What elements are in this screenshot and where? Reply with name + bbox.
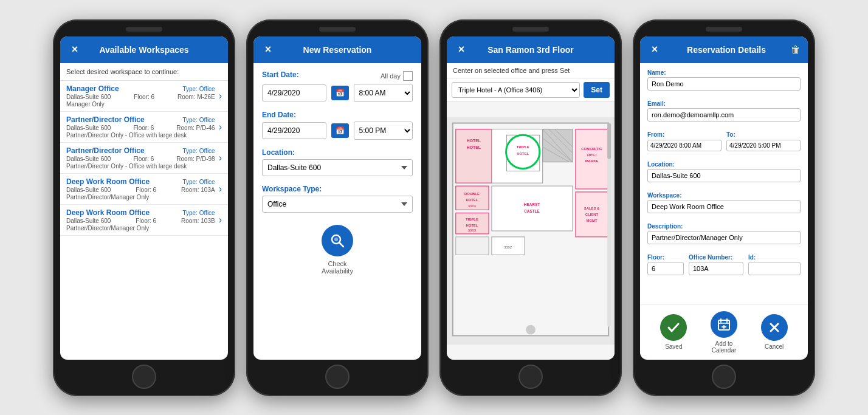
phone-3-header: × San Ramon 3rd Floor [447, 36, 615, 63]
workspace-note: Manager Only [66, 101, 215, 108]
svg-point-41 [526, 324, 536, 334]
name-label: Name: [647, 69, 801, 76]
start-date-group: Start Date: All day 📅 8:00 AM [262, 70, 413, 102]
cancel-btn[interactable]: Cancel [761, 314, 788, 350]
end-date-input[interactable] [262, 122, 326, 139]
from-label: From: [647, 131, 722, 138]
location-detail-input[interactable] [647, 169, 801, 182]
workspace-type-group: Workspace Type: Office [262, 185, 413, 213]
office-num-input[interactable] [689, 262, 743, 275]
floorplan-office-select[interactable]: Triple Hotel - A (Office 3406) [452, 82, 580, 98]
workspace-list-item[interactable]: Deep Work Room Office Type: Office Dalla… [60, 205, 228, 236]
desc-input[interactable] [647, 231, 801, 244]
check-availability-area: CheckAvailability [262, 225, 413, 275]
start-time-select[interactable]: 8:00 AM [354, 84, 413, 102]
svg-text:CONSULTIG: CONSULTIG [581, 146, 602, 150]
location-select[interactable]: Dallas-Suite 600 [262, 159, 413, 176]
cancel-label: Cancel [765, 343, 784, 350]
office-num-col: Office Number: [689, 254, 743, 280]
workspace-note: Partner/Director Only - Office with larg… [66, 163, 215, 170]
close-icon-2[interactable]: × [261, 43, 275, 56]
email-input[interactable] [647, 108, 801, 122]
phone-1-title: Available Workspaces [82, 45, 206, 55]
add-calendar-btn[interactable]: Add toCalendar [711, 311, 737, 354]
end-date-group: End Date: 📅 5:00 PM [262, 111, 413, 140]
workspace-type: Type: Office [182, 179, 215, 185]
phone-4-screen: × Reservation Details 🗑 Name: Email: Fro… [640, 36, 808, 360]
svg-text:3304: 3304 [468, 204, 477, 207]
end-date-calendar-btn[interactable]: 📅 [331, 123, 349, 138]
workspace-type: Type: Office [182, 86, 215, 92]
workspace-list-item[interactable]: Manager Office Type: Office Dallas-Suite… [60, 81, 228, 112]
svg-rect-43 [607, 123, 611, 159]
to-col: To: [726, 131, 801, 156]
email-label: Email: [647, 100, 801, 107]
workspace-name: Partner/Director Office [66, 146, 145, 155]
start-date-calendar-btn[interactable]: 📅 [331, 86, 349, 100]
start-date-input[interactable] [262, 84, 326, 101]
svg-text:HOTEL: HOTEL [517, 151, 529, 155]
workspace-item-content: Deep Work Room Office Type: Office Dalla… [66, 208, 215, 232]
chevron-right-icon: › [219, 183, 222, 194]
to-input[interactable] [726, 140, 801, 151]
saved-btn[interactable]: Saved [660, 314, 687, 350]
end-date-label: End Date: [262, 111, 413, 119]
floor-col: Floor: [647, 254, 684, 280]
floor-input[interactable] [647, 262, 684, 275]
chevron-right-icon: › [219, 122, 222, 132]
workspace-location: Dallas-Suite 600 [66, 156, 111, 162]
details-actions: Saved Add toCalendar [640, 304, 808, 360]
workspace-location: Dallas-Suite 600 [66, 218, 111, 224]
name-input[interactable] [647, 77, 801, 91]
close-icon-4[interactable]: × [647, 43, 662, 56]
location-detail-label: Location: [647, 161, 801, 168]
workspace-list-item[interactable]: Partner/Director Office Type: Office Dal… [60, 112, 228, 143]
check-availability-btn[interactable] [322, 225, 353, 256]
phone-2-screen: × New Reservation Start Date: All day [253, 36, 421, 360]
workspace-list-item[interactable]: Partner/Director Office Type: Office Dal… [60, 143, 228, 174]
workspace-type-select[interactable]: Office [262, 196, 413, 213]
workspace-detail-input[interactable] [647, 200, 801, 213]
close-icon[interactable]: × [67, 43, 82, 56]
svg-text:SALES &: SALES & [584, 207, 600, 210]
floor-office-row: Floor: Office Number: Id: [647, 254, 801, 280]
from-input[interactable] [647, 140, 722, 151]
phone-4-home-btn[interactable] [712, 365, 736, 389]
workspace-list-item[interactable]: Deep Work Room Office Type: Office Dalla… [60, 174, 228, 205]
end-time-select[interactable]: 5:00 PM [354, 122, 413, 140]
svg-text:OPS /: OPS / [587, 153, 597, 156]
phone-2-home-btn[interactable] [325, 365, 350, 389]
phone-1-home-btn[interactable] [132, 365, 156, 389]
workspace-room: Room: M-26E [177, 94, 215, 100]
phone-4-header: × Reservation Details 🗑 [640, 36, 808, 63]
close-icon-3[interactable]: × [454, 43, 469, 56]
from-col: From: [647, 131, 722, 156]
calendar-circle [711, 311, 737, 338]
start-date-label: Start Date: [262, 70, 299, 79]
chevron-right-icon: › [219, 153, 222, 163]
workspace-info-row: Dallas-Suite 600 Floor: 6 Room: 103A [66, 187, 215, 193]
id-input[interactable] [748, 262, 801, 275]
svg-text:CLIENT: CLIENT [585, 213, 599, 216]
svg-text:3302: 3302 [504, 245, 512, 249]
phone-4-title: Reservation Details [662, 45, 791, 55]
set-button[interactable]: Set [584, 82, 610, 98]
reservation-details-body: Name: Email: From: To: [640, 63, 808, 304]
svg-rect-5 [456, 129, 492, 183]
svg-point-2 [334, 238, 338, 241]
reservation-form: Start Date: All day 📅 8:00 AM [253, 63, 421, 360]
workspace-note: Partner/Director Only - Office with larg… [66, 132, 215, 139]
floor-label: Floor: [647, 254, 684, 261]
workspace-room: Room: 103A [181, 187, 215, 193]
workspace-location: Dallas-Suite 600 [66, 94, 111, 100]
floorplan-area: HOTEL HOTEL TRIPLE HOTEL [447, 102, 615, 360]
workspace-info-row: Dallas-Suite 600 Floor: 6 Room: M-26E [66, 94, 215, 100]
workspace-name: Manager Office [66, 84, 119, 93]
workspace-location: Dallas-Suite 600 [66, 125, 111, 131]
floorplan-hint: Center on selected office and press Set [447, 63, 615, 78]
trash-icon[interactable]: 🗑 [791, 44, 801, 55]
allday-checkbox[interactable] [403, 71, 413, 81]
chevron-right-icon: › [219, 91, 222, 101]
phone-3-home-btn[interactable] [518, 365, 543, 389]
check-availability-label: CheckAvailability [322, 260, 353, 275]
